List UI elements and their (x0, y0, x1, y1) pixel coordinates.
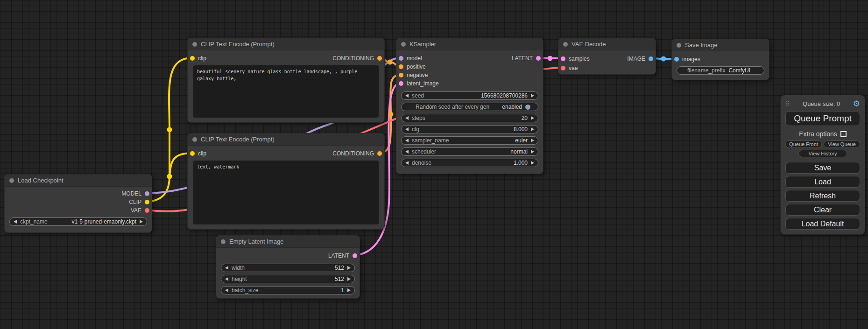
reroute-dot[interactable] (167, 127, 172, 133)
node-load-checkpoint[interactable]: Load Checkpoint MODEL CLIP VAE ckpt_name… (4, 174, 152, 233)
widget-label: scheduler (412, 148, 436, 155)
node-clip-text-encode-negative[interactable]: CLIP Text Encode (Prompt) clip CONDITION… (187, 133, 385, 230)
image-output-slot[interactable] (649, 56, 653, 61)
settings-gear-icon[interactable]: ⚙ (853, 100, 860, 108)
widget-cfg[interactable]: cfg 8.000 (401, 125, 538, 133)
increment-arrow-icon[interactable] (531, 161, 534, 165)
node-empty-latent-image[interactable]: Empty Latent Image LATENT width 512 heig… (216, 235, 360, 299)
increment-arrow-icon[interactable] (531, 127, 534, 131)
decrement-arrow-icon[interactable] (225, 288, 228, 292)
widget-value: 20 (522, 115, 528, 121)
widget-width[interactable]: width 512 (221, 264, 355, 272)
widget-steps[interactable]: steps 20 (401, 114, 538, 122)
increment-arrow-icon[interactable] (531, 94, 534, 98)
increment-arrow-icon[interactable] (531, 150, 534, 154)
reroute-dot[interactable] (167, 174, 172, 179)
decrement-arrow-icon[interactable] (405, 127, 409, 131)
refresh-button[interactable]: Refresh (785, 190, 860, 202)
conditioning-output-slot[interactable] (377, 151, 382, 156)
collapse-dot-icon[interactable] (677, 43, 681, 48)
node-title: Load Checkpoint (18, 177, 64, 184)
node-title-bar[interactable]: CLIP Text Encode (Prompt) (188, 38, 384, 50)
increment-arrow-icon[interactable] (347, 266, 351, 270)
clip-input-slot[interactable] (190, 151, 195, 156)
reroute-dot[interactable] (388, 60, 393, 65)
images-input-slot[interactable] (674, 57, 679, 62)
widget-filename-prefix[interactable]: filename_prefix ComfyUI (677, 66, 764, 75)
negative-input-slot[interactable] (399, 73, 403, 77)
input-label: images (682, 56, 700, 63)
decrement-arrow-icon[interactable] (14, 220, 17, 224)
prompt-textarea[interactable]: text, watermark (193, 161, 379, 224)
view-history-button[interactable]: View History (798, 150, 847, 157)
collapse-dot-icon[interactable] (401, 42, 406, 47)
decrement-arrow-icon[interactable] (225, 266, 228, 270)
reroute-dot[interactable] (661, 56, 666, 62)
latent-image-input-slot[interactable] (399, 81, 403, 86)
increment-arrow-icon[interactable] (531, 139, 534, 142)
collapse-dot-icon[interactable] (192, 137, 197, 142)
samples-input-slot[interactable] (561, 56, 565, 61)
latent-output-slot[interactable] (353, 253, 357, 258)
reroute-dot[interactable] (548, 56, 553, 61)
decrement-arrow-icon[interactable] (225, 277, 228, 281)
widget-value: v1-5-pruned-emaonly.ckpt (71, 218, 136, 225)
widget-seed[interactable]: seed 156680208700286 (401, 91, 538, 100)
drag-handle-icon[interactable]: ⠿ (785, 101, 790, 107)
increment-arrow-icon[interactable] (347, 277, 351, 281)
node-title-bar[interactable]: Save Image (672, 39, 769, 51)
widget-scheduler[interactable]: scheduler normal (401, 147, 538, 156)
collapse-dot-icon[interactable] (9, 178, 14, 183)
vae-output-slot[interactable] (145, 208, 149, 213)
decrement-arrow-icon[interactable] (405, 116, 409, 120)
node-title-bar[interactable]: VAE Decode (558, 38, 656, 50)
collapse-dot-icon[interactable] (221, 239, 226, 244)
save-button[interactable]: Save (785, 162, 860, 174)
node-title-bar[interactable]: CLIP Text Encode (Prompt) (188, 133, 384, 146)
node-ksampler[interactable]: KSampler model LATENT positive negative … (396, 38, 543, 174)
widget-value: 1 (341, 287, 344, 294)
widget-random-seed-toggle[interactable]: Random seed after every gen enabled (401, 103, 538, 111)
clear-button[interactable]: Clear (785, 204, 860, 216)
widget-batch-size[interactable]: batch_size 1 (221, 286, 355, 294)
decrement-arrow-icon[interactable] (405, 94, 409, 98)
queue-front-button[interactable]: Queue Front (785, 140, 822, 148)
node-title-bar[interactable]: KSampler (396, 38, 543, 50)
widget-label: steps (412, 115, 425, 121)
clip-output-slot[interactable] (145, 200, 149, 204)
node-clip-text-encode-positive[interactable]: CLIP Text Encode (Prompt) clip CONDITION… (187, 38, 385, 123)
decrement-arrow-icon[interactable] (405, 139, 409, 142)
output-row-model: MODEL (5, 189, 152, 198)
load-button[interactable]: Load (785, 176, 860, 188)
conditioning-output-slot[interactable] (377, 56, 382, 61)
node-save-image[interactable]: Save Image images filename_prefix ComfyU… (671, 39, 769, 80)
vae-input-slot[interactable] (561, 66, 565, 70)
load-default-button[interactable]: Load Default (785, 218, 860, 230)
widget-sampler-name[interactable]: sampler_name euler (401, 136, 538, 145)
widget-ckpt-name[interactable]: ckpt_name v1-5-pruned-emaonly.ckpt (9, 217, 147, 226)
decrement-arrow-icon[interactable] (405, 161, 409, 165)
view-queue-button[interactable]: View Queue (824, 140, 860, 148)
prompt-textarea[interactable]: beautiful scenery nature glass bottle la… (193, 65, 379, 118)
node-title-bar[interactable]: Empty Latent Image (216, 236, 360, 248)
widget-height[interactable]: height 512 (221, 275, 355, 283)
decrement-arrow-icon[interactable] (405, 150, 409, 154)
toggle-knob-icon[interactable] (525, 105, 530, 110)
input-label: model (407, 55, 422, 62)
latent-output-slot[interactable] (536, 56, 541, 61)
clip-input-slot[interactable] (190, 56, 195, 61)
node-title-bar[interactable]: Load Checkpoint (5, 175, 152, 187)
node-vae-decode[interactable]: VAE Decode samples IMAGE vae (558, 38, 656, 75)
queue-prompt-button[interactable]: Queue Prompt (785, 111, 860, 126)
positive-input-slot[interactable] (399, 64, 403, 69)
increment-arrow-icon[interactable] (531, 116, 534, 120)
reroute-dot[interactable] (388, 112, 394, 117)
increment-arrow-icon[interactable] (140, 220, 143, 224)
collapse-dot-icon[interactable] (563, 42, 568, 47)
widget-denoise[interactable]: denoise 1.000 (401, 159, 538, 167)
collapse-dot-icon[interactable] (192, 42, 197, 47)
extra-options-checkbox[interactable] (840, 131, 847, 137)
model-output-slot[interactable] (145, 191, 149, 196)
model-input-slot[interactable] (399, 56, 403, 61)
increment-arrow-icon[interactable] (347, 288, 351, 292)
